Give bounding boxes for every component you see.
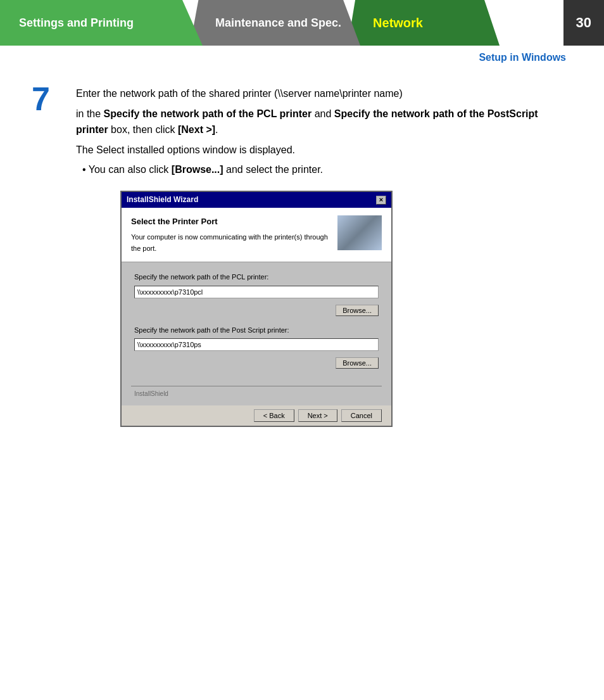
wizard-pcl-label: Specify the network path of the PCL prin…	[134, 272, 379, 283]
wizard-top-image	[337, 215, 382, 250]
wizard-form: Specify the network path of the PCL prin…	[122, 262, 391, 386]
wizard-titlebar: InstallShield Wizard ×	[122, 192, 391, 208]
wizard-next-button[interactable]: Next >	[298, 409, 337, 422]
wizard-screenshot: InstallShield Wizard × Select the Printe…	[120, 191, 393, 427]
main-content: 7 Enter the network path of the shared p…	[0, 67, 604, 440]
tab-network-label: Network	[373, 16, 423, 30]
step-text: Enter the network path of the shared pri…	[76, 86, 572, 427]
wizard-cancel-button[interactable]: Cancel	[341, 409, 382, 422]
subtitle-text: Setup in Windows	[479, 52, 566, 63]
wizard-ps-label: Specify the network path of the Post Scr…	[134, 325, 379, 336]
bold-next: [Next >]	[178, 124, 215, 135]
header-bar: Settings and Printing Maintenance and Sp…	[0, 0, 604, 46]
wizard-top-title: Select the Printer Port	[131, 215, 331, 229]
wizard-ps-input-row	[134, 338, 379, 351]
wizard-browse2-button[interactable]: Browse...	[336, 357, 379, 369]
page-number: 30	[563, 0, 604, 46]
step-container: 7 Enter the network path of the shared p…	[32, 86, 572, 427]
tab-settings-label: Settings and Printing	[19, 16, 134, 30]
step-line3: The Select installed options window is d…	[76, 142, 572, 158]
step-line1: Enter the network path of the shared pri…	[76, 86, 572, 102]
step-line2: in the Specify the network path of the P…	[76, 106, 572, 138]
bold-pcl: Specify the network path of the PCL prin…	[104, 108, 312, 119]
step-bullet: • You can also click [Browse...] and sel…	[82, 162, 572, 178]
wizard-back-button[interactable]: < Back	[254, 409, 294, 422]
step-number: 7	[32, 82, 63, 115]
wizard-top-section: Select the Printer Port Your computer is…	[122, 208, 391, 262]
wizard-brand: InstallShield	[134, 389, 379, 399]
subtitle-bar: Setup in Windows	[0, 46, 604, 67]
wizard-top-text-block: Select the Printer Port Your computer is…	[131, 215, 331, 254]
wizard-ps-input[interactable]	[134, 338, 379, 351]
tab-network[interactable]: Network	[348, 0, 500, 46]
wizard-top-desc: Your computer is now communicating with …	[131, 232, 331, 254]
wizard-browse1-button[interactable]: Browse...	[336, 305, 379, 316]
wizard-title: InstallShield Wizard	[127, 194, 198, 206]
wizard-pcl-input[interactable]	[134, 286, 379, 298]
wizard-close-button[interactable]: ×	[376, 196, 386, 205]
wizard-pcl-input-row	[134, 286, 379, 298]
tab-settings[interactable]: Settings and Printing	[0, 0, 203, 46]
wizard-bottom-bar: < Back Next > Cancel	[122, 405, 391, 426]
bold-browse: [Browse...]	[172, 164, 223, 175]
tab-maintenance[interactable]: Maintenance and Spec.	[190, 0, 360, 46]
tab-maintenance-label: Maintenance and Spec.	[215, 16, 341, 30]
